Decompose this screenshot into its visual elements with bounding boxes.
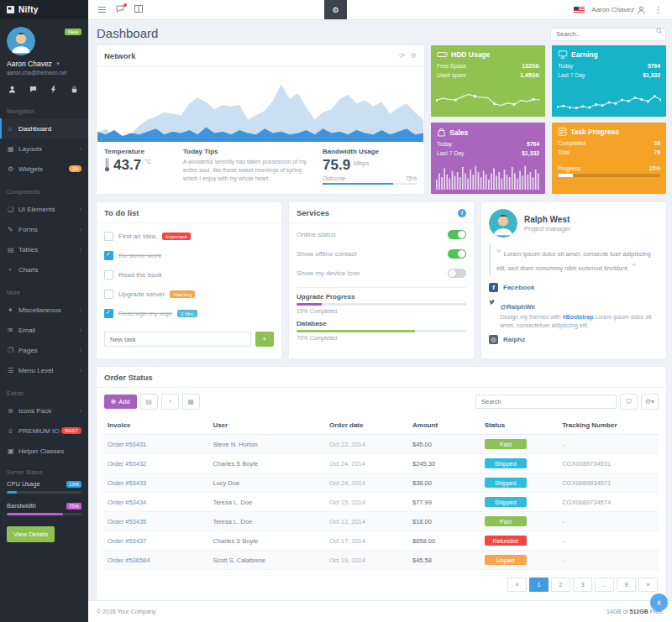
gear-icon[interactable]: ⚙ — [411, 52, 417, 60]
chat-icon[interactable] — [29, 86, 37, 93]
sidebar-item-forms[interactable]: ✎Forms› — [0, 219, 88, 239]
status-badge: Unpaid — [485, 555, 527, 565]
history-icon[interactable]: ◔ — [161, 394, 179, 410]
table-row[interactable]: Order #53437Charles S BoyleOct 17, 2014$… — [104, 531, 659, 551]
info-icon[interactable]: i — [458, 209, 466, 217]
sidebar-item-email[interactable]: ✉Email› — [0, 320, 88, 340]
facebook-link[interactable]: f Facebook — [489, 283, 659, 292]
print-icon[interactable]: ▤ — [140, 394, 158, 410]
pagination-button[interactable]: 3 — [573, 578, 592, 592]
trash-icon[interactable]: ▦ — [182, 394, 200, 410]
briefcase-icon: ▣ — [8, 447, 18, 455]
avatar[interactable] — [7, 27, 35, 55]
table-row[interactable]: Order #53435Teresa L. DoeOct 12, 2014$18… — [104, 512, 659, 531]
column-header[interactable]: User — [209, 416, 326, 435]
earning-tile[interactable]: Earning Today5764 Last 7 Day$1,332 — [552, 45, 666, 117]
comment-icon[interactable]: 🗩 — [620, 394, 638, 410]
sidebar-item-ui-elements[interactable]: ❏UI Elements› — [0, 199, 88, 219]
column-header[interactable]: Status — [481, 416, 559, 435]
column-header[interactable]: Tracking Number — [559, 416, 659, 435]
sidebar-item-menu-level[interactable]: ☰Menu Level› — [0, 360, 88, 380]
pagination-button[interactable]: « — [507, 578, 527, 592]
toggle-label: Show offline contact — [297, 250, 356, 258]
checkbox[interactable] — [104, 290, 113, 299]
sidebar-item-helper-classes[interactable]: ▣Helper Classes — [0, 441, 88, 461]
column-header[interactable]: Invoice — [104, 416, 209, 435]
checkbox[interactable] — [104, 232, 113, 241]
sidebar-item-widgets[interactable]: ⚙Widgets24 — [0, 159, 88, 179]
pagination-button[interactable]: ... — [595, 578, 614, 592]
more-menu-icon[interactable]: ⋮ — [652, 5, 665, 14]
chevron-right-icon: › — [79, 306, 81, 314]
pagination-button[interactable]: 1 — [529, 578, 549, 592]
pagination-button[interactable]: 9 — [617, 578, 636, 592]
user-icon[interactable] — [8, 86, 16, 93]
pie-chart-icon: ◔ — [8, 266, 18, 274]
sidebar-section-label: Extras — [0, 389, 88, 399]
todo-item[interactable]: Redesign my logo2 Min. — [104, 304, 274, 323]
todo-item[interactable]: Read the book — [104, 265, 274, 285]
brand-bar[interactable]: Nifty — [0, 0, 88, 19]
language-flag-icon[interactable] — [574, 7, 585, 13]
lock-icon[interactable] — [71, 86, 78, 93]
sidebar-item-charts[interactable]: ◔Charts — [0, 259, 88, 280]
online-status-toggle[interactable] — [448, 230, 466, 239]
profile-name[interactable]: Aaron Chavez▼ — [7, 60, 81, 68]
orders-search-input[interactable] — [475, 395, 617, 409]
table-row[interactable]: Order #53431Steve N. HortonOct 22, 2014$… — [104, 435, 659, 454]
database-progress-fill — [297, 330, 415, 332]
sidebar-item-label: Email — [18, 327, 77, 334]
ralphz-link[interactable]: ◎ Ralphz — [489, 335, 659, 344]
column-header[interactable]: Order date — [326, 416, 409, 435]
topbar-user-menu[interactable]: Aaron Chavez — [591, 6, 645, 14]
column-header[interactable]: Amount — [409, 416, 481, 435]
settings-gear-button[interactable]: ⚙ — [324, 0, 347, 19]
columns-icon[interactable] — [134, 5, 143, 14]
search-icon[interactable] — [656, 28, 663, 34]
todo-item[interactable]: Find an idea.Important — [104, 227, 274, 246]
table-row[interactable]: Order #536584Scott S. CalabreseOct 19, 2… — [104, 551, 659, 570]
chevron-right-icon: › — [79, 347, 81, 354]
new-task-input[interactable] — [104, 332, 251, 347]
date-cell: Oct 24, 2014 — [326, 454, 409, 473]
services-panel: Services i Online status Show offline co… — [289, 202, 474, 358]
sidebar-item-pages[interactable]: ❐Pages› — [0, 340, 88, 360]
chevron-right-icon: › — [79, 327, 81, 334]
checkbox[interactable] — [104, 270, 113, 280]
offline-contact-toggle[interactable] — [448, 249, 466, 259]
sidebar-item-icons-pack[interactable]: ⊛Icons Pack› — [0, 400, 88, 421]
amount-cell: $245.30 — [409, 454, 481, 473]
scroll-to-top-button[interactable]: ∧ — [650, 593, 668, 611]
sales-tile[interactable]: Sales Today5764 Last 7 Day$1,332 — [431, 123, 545, 194]
menu-toggle-icon[interactable] — [98, 5, 106, 14]
copyright-text: © 2016 Your Company — [97, 609, 156, 614]
todo-item[interactable]: Do some work — [104, 246, 274, 265]
sidebar-item-dashboard[interactable]: ⌂Dashboard — [0, 118, 88, 139]
pagination-button[interactable]: » — [638, 578, 658, 592]
pagination-button[interactable]: 2 — [551, 578, 570, 592]
table-row[interactable]: Order #53434Teresa L. DoeOct 15, 2014$77… — [104, 493, 659, 512]
checkbox[interactable] — [104, 251, 113, 260]
bolt-icon[interactable] — [50, 86, 57, 93]
table-row[interactable]: Order #53433Lucy DoeOct 24, 2014$38.00Sh… — [104, 473, 659, 493]
search-input[interactable] — [550, 28, 666, 41]
device-icon-toggle[interactable] — [448, 269, 466, 278]
table-row[interactable]: Order #53432Charles S BoyleOct 24, 2014$… — [104, 454, 659, 473]
ralph-avatar — [489, 209, 517, 238]
table-settings-icon[interactable]: ⚙▾ — [641, 394, 659, 410]
view-details-button[interactable]: View Details — [7, 526, 55, 542]
sidebar-item-tables[interactable]: ▤Tables› — [0, 239, 88, 259]
monitor-icon — [558, 50, 568, 59]
checkbox[interactable] — [104, 309, 113, 318]
todo-item[interactable]: Upgrade serverWarning — [104, 285, 274, 304]
sidebar-item-premium-icons[interactable]: ♕PREMIUM ICONSBEST — [0, 421, 88, 441]
add-task-button[interactable]: + — [255, 332, 274, 347]
sidebar-item-miscellaneous[interactable]: ✦Miscellaneous› — [0, 300, 88, 320]
twitter-link[interactable]: @RalphWe Design my themes with #Bootstra… — [489, 297, 659, 330]
add-order-button[interactable]: ⊕Add — [104, 395, 137, 409]
task-progress-tile[interactable]: Task Progress Completed34 Total79 Progre… — [552, 123, 666, 194]
refresh-icon[interactable]: ⟳ — [399, 52, 405, 60]
sidebar-item-layouts[interactable]: ▦Layouts› — [0, 139, 88, 159]
hdd-usage-tile[interactable]: HDD Usage Free Space132Gb Used spare1.45… — [431, 45, 545, 117]
notifications-icon[interactable] — [116, 5, 124, 14]
